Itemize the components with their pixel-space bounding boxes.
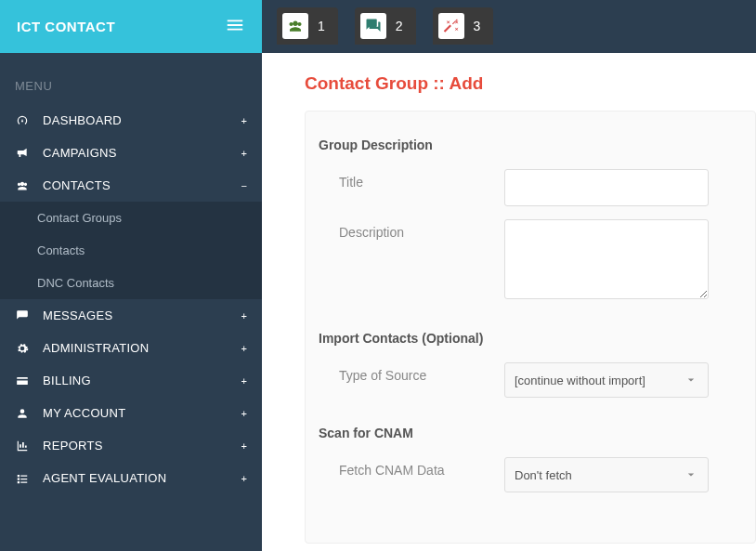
settings-icon xyxy=(15,342,30,355)
chevron-down-icon xyxy=(682,376,700,384)
menu-label: REPORTS xyxy=(43,439,228,453)
fetch-cnam-select[interactable]: Don't fetch xyxy=(504,457,709,492)
hamburger-icon xyxy=(225,15,245,35)
section-import-contacts: Import Contacts (Optional) xyxy=(319,331,727,346)
wizard-steps: 1 2 3 xyxy=(262,0,756,53)
contacts-submenu: Contact Groups Contacts DNC Contacts xyxy=(0,202,262,299)
select-value: Don't fetch xyxy=(515,468,572,482)
type-source-label: Type of Source xyxy=(319,362,504,383)
comment-icon xyxy=(15,309,30,322)
menu-toggle-button[interactable] xyxy=(225,15,245,39)
menu-label: AGENT EVALUATION xyxy=(43,471,228,485)
sidebar-subitem-dnc-contacts[interactable]: DNC Contacts xyxy=(0,267,262,299)
plus-icon: + xyxy=(241,473,247,484)
users-icon xyxy=(282,13,308,39)
plus-icon: + xyxy=(241,440,247,452)
sidebar-subitem-contact-groups[interactable]: Contact Groups xyxy=(0,202,262,234)
sidebar-item-billing[interactable]: BILLING + xyxy=(0,364,262,397)
dashboard-icon xyxy=(15,114,30,127)
main-content: Contact Group :: Add Group Description T… xyxy=(262,53,756,551)
menu-label: BILLING xyxy=(43,374,228,387)
description-textarea[interactable] xyxy=(504,219,709,299)
section-group-description: Group Description xyxy=(319,138,727,152)
chart-icon xyxy=(15,439,30,453)
menu-label: CONTACTS xyxy=(43,178,228,192)
menu-label: DASHBOARD xyxy=(43,113,228,127)
fetch-cnam-label: Fetch CNAM Data xyxy=(319,457,504,478)
plus-icon: + xyxy=(241,408,247,419)
sidebar-item-reports[interactable]: REPORTS + xyxy=(0,429,262,462)
plus-icon: + xyxy=(241,148,247,159)
menu-label: MY ACCOUNT xyxy=(43,406,228,420)
sidebar-item-my-account[interactable]: MY ACCOUNT + xyxy=(0,397,262,429)
menu-label: MESSAGES xyxy=(43,308,228,322)
credit-card-icon xyxy=(15,374,30,387)
plus-icon: + xyxy=(241,115,247,126)
sidebar-item-campaigns[interactable]: CAMPAIGNS + xyxy=(0,137,262,169)
sidebar: MENU DASHBOARD + CAMPAIGNS + CONTACTS − … xyxy=(0,53,262,551)
sidebar-item-messages[interactable]: MESSAGES + xyxy=(0,299,262,332)
minus-icon: − xyxy=(241,180,247,191)
step-number: 2 xyxy=(396,19,403,33)
sidebar-item-contacts[interactable]: CONTACTS − xyxy=(0,169,262,202)
form-card: Group Description Title Description Impo… xyxy=(305,111,756,544)
step-tab-2[interactable]: 2 xyxy=(355,7,416,45)
plus-icon: + xyxy=(241,375,247,387)
description-label: Description xyxy=(319,219,504,240)
title-label: Title xyxy=(319,169,504,190)
sidebar-item-administration[interactable]: ADMINISTRATION + xyxy=(0,332,262,364)
users-icon xyxy=(15,179,30,192)
sidebar-subitem-contacts[interactable]: Contacts xyxy=(0,234,262,267)
section-scan-cnam: Scan for CNAM xyxy=(319,426,727,440)
bullhorn-icon xyxy=(15,147,30,160)
step-tab-1[interactable]: 1 xyxy=(277,7,338,45)
menu-header: MENU xyxy=(0,53,262,104)
plus-icon: + xyxy=(241,343,247,354)
sidebar-item-dashboard[interactable]: DASHBOARD + xyxy=(0,104,262,137)
menu-label: CAMPAIGNS xyxy=(43,146,228,160)
wand-icon xyxy=(438,13,464,39)
title-input[interactable] xyxy=(504,169,709,206)
chevron-down-icon xyxy=(682,471,700,479)
page-title: Contact Group :: Add xyxy=(305,73,756,94)
list-icon xyxy=(15,472,30,485)
user-icon xyxy=(15,407,30,420)
app-name: ICT CONTACT xyxy=(17,19,115,34)
menu-label: ADMINISTRATION xyxy=(43,341,228,355)
step-tab-3[interactable]: 3 xyxy=(433,7,494,45)
chat-icon xyxy=(360,13,386,39)
step-number: 3 xyxy=(474,19,481,33)
select-value: [continue without import] xyxy=(515,374,645,387)
plus-icon: + xyxy=(241,310,247,321)
step-number: 1 xyxy=(318,19,325,33)
type-source-select[interactable]: [continue without import] xyxy=(504,362,709,398)
sidebar-item-agent-evaluation[interactable]: AGENT EVALUATION + xyxy=(0,462,262,494)
logo-bar: ICT CONTACT xyxy=(0,0,262,53)
